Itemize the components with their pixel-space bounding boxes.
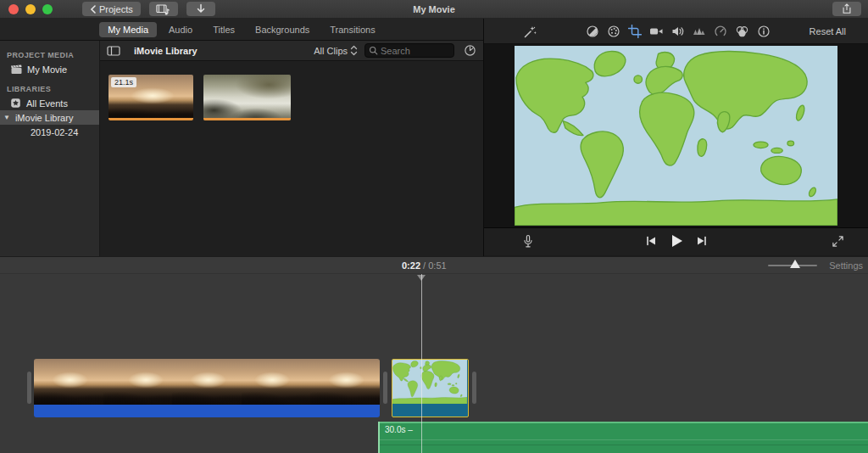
close-window-button[interactable]: [8, 4, 19, 14]
used-range-indicator: [108, 118, 193, 120]
share-export-button[interactable]: [832, 2, 861, 16]
back-to-projects-button[interactable]: Projects: [82, 2, 141, 16]
sidebar-toggle-icon: [107, 45, 120, 57]
timeline[interactable]: 30.0s –: [0, 274, 868, 453]
titlebar: Projects My Movie: [0, 0, 868, 19]
info-button[interactable]: [757, 25, 771, 38]
stabilization-camera-button[interactable]: [649, 25, 664, 38]
project-media-header: PROJECT MEDIA: [0, 48, 99, 62]
reset-all-button[interactable]: Reset All: [810, 26, 846, 36]
viewer-pane: Reset All: [483, 19, 868, 256]
trim-handle-middle[interactable]: [383, 372, 387, 404]
tab-backgrounds[interactable]: Backgrounds: [247, 22, 318, 37]
sidebar-label: 2019-02-24: [31, 127, 78, 137]
updown-chevrons-icon: [350, 45, 358, 56]
browser-title: iMovie Library: [134, 46, 198, 56]
share-icon: [841, 3, 853, 15]
clips-grid: 21.1s: [100, 61, 483, 120]
ocean-preview: [203, 75, 291, 120]
sidebar-label: All Events: [26, 98, 68, 109]
audio-waveform-blue: [34, 405, 380, 417]
star-square-icon: [10, 98, 21, 109]
media-browser: iMovie Library All Clips: [100, 41, 483, 256]
world-map-preview: [515, 46, 837, 226]
clip-appearance-button[interactable]: [461, 43, 478, 58]
trim-handle-right[interactable]: [472, 372, 476, 404]
fullscreen-button[interactable]: [832, 235, 844, 248]
tab-my-media[interactable]: My Media: [99, 22, 157, 37]
zoom-window-button[interactable]: [42, 4, 53, 14]
search-input[interactable]: [381, 46, 448, 56]
download-arrow-icon: [196, 3, 206, 14]
map-thumbnail: [392, 360, 467, 404]
search-field[interactable]: [364, 43, 454, 58]
audio-clip-duration-label: 30.0s –: [385, 425, 413, 434]
used-range-indicator: [203, 118, 291, 120]
tab-transitions[interactable]: Transitions: [321, 22, 383, 37]
libraries-sidebar: PROJECT MEDIA My Movie LIBRARIES: [0, 41, 100, 256]
content-tabbar: My Media Audio Titles Backgrounds Transi…: [0, 19, 483, 41]
auto-enhance-button[interactable]: [523, 25, 537, 39]
volume-button[interactable]: [671, 25, 685, 38]
previous-frame-button[interactable]: [645, 235, 657, 247]
clips-filter-dropdown[interactable]: All Clips: [314, 45, 358, 56]
playhead[interactable]: [421, 274, 422, 453]
browser-header: iMovie Library All Clips: [100, 41, 483, 61]
back-chevron-icon: [90, 5, 97, 14]
toggle-sidebar-button[interactable]: [105, 43, 122, 58]
color-balance-button[interactable]: [586, 25, 599, 38]
crop-button[interactable]: [628, 25, 642, 38]
duration-badge: 21.1s: [111, 77, 136, 87]
timeline-header: 0:22 / 0:51 Settings: [0, 256, 868, 274]
sidebar-item-imovie-library[interactable]: ▼ iMovie Library: [0, 110, 99, 125]
media-music-icon: [156, 3, 170, 15]
speed-button[interactable]: [714, 25, 727, 38]
adjustment-icons: [586, 25, 771, 38]
next-frame-button[interactable]: [696, 235, 708, 247]
adjustment-toolbar: Reset All: [484, 19, 868, 44]
media-browser-button[interactable]: [149, 2, 178, 16]
timeline-audio-clip[interactable]: 30.0s –: [378, 422, 868, 453]
clip-settings-icon: [464, 44, 476, 57]
current-time: 0:22: [402, 260, 420, 271]
disclosure-triangle-icon[interactable]: ▼: [3, 114, 10, 121]
timecode-display: 0:22 / 0:51: [402, 260, 447, 271]
sidebar-item-event-date[interactable]: 2019-02-24: [0, 125, 99, 139]
filmstrip: [34, 359, 380, 405]
transport-controls: [484, 233, 868, 249]
sidebar-item-my-movie[interactable]: My Movie: [0, 62, 99, 76]
sidebar-label: My Movie: [27, 64, 67, 75]
color-correction-button[interactable]: [607, 25, 620, 38]
timeline-clip-sunset[interactable]: [34, 359, 380, 417]
minimize-window-button[interactable]: [25, 4, 36, 14]
slider-thumb-icon[interactable]: [790, 260, 800, 268]
timeline-clip-map-selected[interactable]: [392, 359, 469, 417]
window-controls: [8, 4, 53, 14]
libraries-header: LIBRARIES: [0, 81, 99, 96]
media-pane: My Media Audio Titles Backgrounds Transi…: [0, 19, 483, 256]
clip-thumbnail-sunset[interactable]: 21.1s: [108, 75, 193, 120]
total-time: / 0:51: [423, 260, 447, 271]
noise-reduction-button[interactable]: [693, 25, 706, 38]
imovie-window: Projects My Movie: [0, 0, 868, 453]
sidebar-label: iMovie Library: [15, 113, 73, 123]
import-media-button[interactable]: [186, 2, 215, 16]
map-clip-audio: [392, 404, 468, 416]
timeline-zoom-slider[interactable]: [768, 265, 817, 266]
tab-audio[interactable]: Audio: [160, 22, 201, 37]
search-icon: [369, 46, 378, 55]
projects-label: Projects: [99, 4, 133, 14]
timeline-settings-button[interactable]: Settings: [829, 260, 863, 271]
viewer-stage: [484, 44, 868, 227]
play-button[interactable]: [669, 233, 684, 249]
trim-handle-left[interactable]: [27, 372, 31, 404]
tab-titles[interactable]: Titles: [204, 22, 243, 37]
clip-thumbnail-ocean[interactable]: [203, 75, 291, 120]
playback-bar: [484, 227, 868, 255]
clapper-icon: [10, 64, 22, 75]
sidebar-item-all-events[interactable]: All Events: [0, 96, 99, 110]
clip-filter-button[interactable]: [735, 25, 749, 38]
filter-label: All Clips: [314, 46, 348, 56]
